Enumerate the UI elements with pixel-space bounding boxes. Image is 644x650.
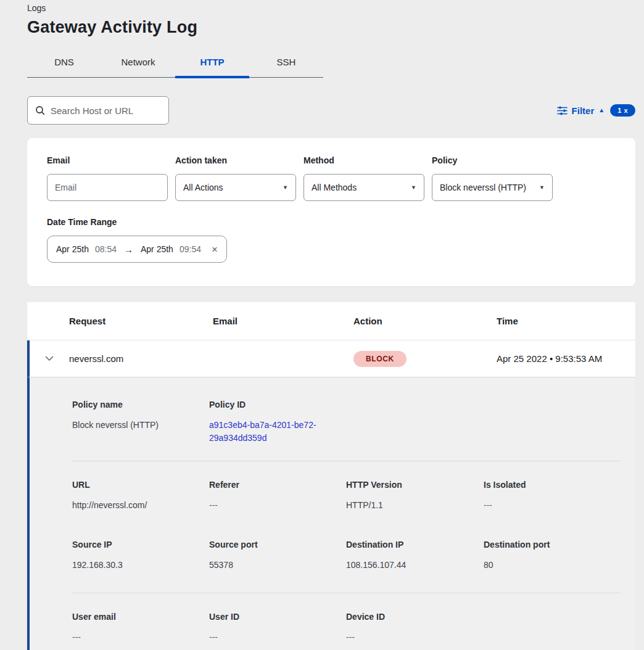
policy-section: Policy name Block neverssl (HTTP) Policy… bbox=[72, 400, 621, 445]
col-header-time: Time bbox=[497, 316, 635, 326]
url-field: URL http://neverssl.com/ bbox=[72, 480, 209, 512]
destination-ip-field: Destination IP 108.156.107.44 bbox=[346, 540, 484, 572]
destination-port-field: Destination port 80 bbox=[484, 540, 621, 572]
log-type-tabs: DNS Network HTTP SSH bbox=[27, 51, 323, 78]
section-divider bbox=[72, 461, 621, 461]
source-ip-value: 192.168.30.3 bbox=[72, 559, 197, 572]
device-id-label: Device ID bbox=[346, 612, 471, 622]
tab-ssh[interactable]: SSH bbox=[249, 51, 323, 77]
row-details-expanded: Policy name Block neverssl (HTTP) Policy… bbox=[27, 377, 635, 650]
referer-value: --- bbox=[209, 499, 334, 512]
row-request: neverssl.com bbox=[69, 353, 213, 364]
filter-group: Filter ▲ 1 x bbox=[557, 104, 635, 117]
http-version-field: HTTP Version HTTP/1.1 bbox=[346, 480, 484, 512]
user-section: User email --- User ID --- Device ID --- bbox=[72, 612, 621, 644]
filter-button[interactable]: Filter ▲ bbox=[557, 105, 605, 116]
device-id-value: --- bbox=[346, 631, 471, 644]
method-value: All Methods bbox=[312, 183, 357, 192]
action-taken-select[interactable]: All Actions ▼ bbox=[175, 174, 296, 201]
url-label: URL bbox=[72, 480, 197, 490]
policy-value: Block neverssl (HTTP) bbox=[440, 183, 526, 192]
caret-up-icon: ▲ bbox=[598, 107, 605, 113]
destination-port-value: 80 bbox=[484, 559, 608, 572]
request-section-row1: URL http://neverssl.com/ Referer --- HTT… bbox=[72, 480, 621, 512]
block-status-badge: BLOCK bbox=[353, 351, 407, 367]
user-id-value: --- bbox=[209, 631, 334, 644]
filter-panel: Email Action taken All Actions ▼ Method … bbox=[27, 138, 635, 286]
filter-label: Filter bbox=[572, 105, 595, 116]
search-box bbox=[27, 96, 169, 125]
user-email-value: --- bbox=[72, 631, 197, 644]
referer-field: Referer --- bbox=[209, 480, 346, 512]
caret-down-icon: ▼ bbox=[283, 184, 288, 191]
policy-name-field: Policy name Block neverssl (HTTP) bbox=[72, 400, 209, 445]
referer-label: Referer bbox=[209, 480, 334, 490]
caret-down-icon: ▼ bbox=[539, 184, 545, 191]
search-icon bbox=[35, 105, 45, 115]
policy-id-label: Policy ID bbox=[209, 400, 334, 409]
clear-date-range-icon[interactable]: × bbox=[212, 244, 218, 255]
method-label: Method bbox=[303, 155, 424, 165]
date-range-label: Date Time Range bbox=[47, 217, 616, 227]
source-port-label: Source port bbox=[209, 540, 334, 549]
policy-name-label: Policy name bbox=[72, 400, 197, 409]
caret-down-icon: ▼ bbox=[411, 184, 416, 191]
policy-id-field: Policy ID a91c3eb4-ba7a-4201-be72-29a934… bbox=[209, 400, 346, 445]
log-table: Request Email Action Time neverssl.com B… bbox=[27, 302, 635, 650]
page-header: Logs Gateway Activity Log bbox=[0, 0, 644, 37]
col-header-email: Email bbox=[213, 316, 353, 326]
source-ip-field: Source IP 192.168.30.3 bbox=[72, 540, 209, 572]
destination-port-label: Destination port bbox=[484, 540, 608, 549]
method-field: Method All Methods ▼ bbox=[303, 155, 424, 201]
tab-network[interactable]: Network bbox=[101, 51, 175, 77]
destination-ip-label: Destination IP bbox=[346, 540, 471, 549]
col-header-action: Action bbox=[353, 316, 497, 326]
policy-select[interactable]: Block neverssl (HTTP) ▼ bbox=[432, 174, 553, 201]
source-ip-label: Source IP bbox=[72, 540, 197, 549]
start-time: 08:54 bbox=[95, 244, 117, 254]
row-action: BLOCK bbox=[353, 351, 497, 367]
tab-http[interactable]: HTTP bbox=[175, 51, 249, 77]
date-range-picker[interactable]: Apr 25th 08:54 → Apr 25th 09:54 × bbox=[47, 236, 227, 263]
email-filter-field: Email bbox=[47, 155, 168, 201]
tab-dns[interactable]: DNS bbox=[27, 51, 101, 77]
page-title: Gateway Activity Log bbox=[27, 18, 617, 37]
policy-name-value: Block neverssl (HTTP) bbox=[72, 419, 197, 432]
policy-label: Policy bbox=[432, 155, 553, 165]
end-time: 09:54 bbox=[180, 244, 201, 254]
method-select[interactable]: All Methods ▼ bbox=[303, 174, 424, 201]
user-id-field: User ID --- bbox=[209, 612, 346, 644]
is-isolated-value: --- bbox=[484, 499, 608, 512]
source-port-value: 55378 bbox=[209, 559, 334, 572]
request-section-row2: Source IP 192.168.30.3 Source port 55378… bbox=[72, 540, 621, 572]
is-isolated-label: Is Isolated bbox=[484, 480, 608, 490]
end-date: Apr 25th bbox=[141, 244, 173, 254]
action-taken-label: Action taken bbox=[175, 155, 296, 165]
email-filter-label: Email bbox=[47, 155, 168, 165]
device-id-field: Device ID --- bbox=[346, 612, 484, 644]
source-port-field: Source port 55378 bbox=[209, 540, 346, 572]
action-taken-value: All Actions bbox=[183, 183, 223, 192]
destination-ip-value: 108.156.107.44 bbox=[346, 559, 471, 572]
row-time: Apr 25 2022 • 9:53:53 AM bbox=[497, 353, 635, 364]
filter-row: Email Action taken All Actions ▼ Method … bbox=[47, 155, 616, 201]
user-id-label: User ID bbox=[209, 612, 334, 622]
table-row[interactable]: neverssl.com BLOCK Apr 25 2022 • 9:53:53… bbox=[27, 340, 635, 377]
filter-count-badge[interactable]: 1 x bbox=[610, 104, 635, 117]
user-email-field: User email --- bbox=[72, 612, 209, 644]
col-header-request: Request bbox=[69, 316, 213, 326]
search-input[interactable] bbox=[51, 105, 161, 116]
email-filter-input[interactable] bbox=[47, 174, 168, 201]
chevron-down-icon[interactable] bbox=[30, 356, 69, 361]
start-date: Apr 25th bbox=[56, 244, 89, 254]
is-isolated-field: Is Isolated --- bbox=[484, 480, 621, 512]
policy-id-link[interactable]: a91c3eb4-ba7a-4201-be72-29a934dd359d bbox=[209, 419, 330, 445]
policy-field: Policy Block neverssl (HTTP) ▼ bbox=[432, 155, 553, 201]
url-value: http://neverssl.com/ bbox=[72, 499, 197, 512]
http-version-value: HTTP/1.1 bbox=[346, 499, 471, 512]
action-taken-field: Action taken All Actions ▼ bbox=[175, 155, 296, 201]
breadcrumb[interactable]: Logs bbox=[27, 2, 617, 13]
date-range-field: Date Time Range Apr 25th 08:54 → Apr 25t… bbox=[47, 217, 616, 263]
section-divider bbox=[72, 593, 621, 593]
gateway-activity-log-page: Logs Gateway Activity Log DNS Network HT… bbox=[0, 0, 644, 650]
